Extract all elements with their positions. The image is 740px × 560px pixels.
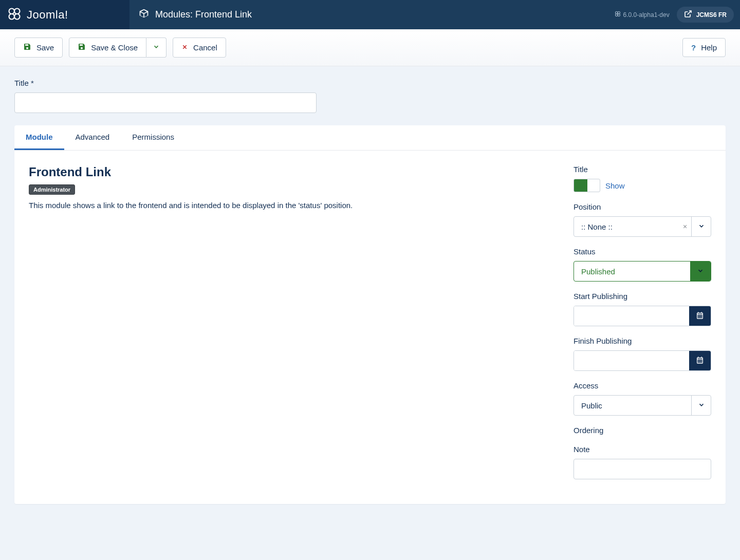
title-input[interactable] bbox=[14, 92, 317, 113]
field-title-toggle: Title Show bbox=[574, 165, 711, 192]
main-column: Frontend Link Administrator This module … bbox=[29, 165, 553, 490]
access-label: Access bbox=[574, 381, 711, 390]
field-position: Position :: None :: × bbox=[574, 202, 711, 237]
finish-publishing-input[interactable] bbox=[574, 351, 689, 370]
status-select[interactable]: Published bbox=[574, 261, 711, 282]
svg-point-3 bbox=[14, 14, 20, 20]
note-input[interactable] bbox=[574, 459, 711, 479]
tab-advanced[interactable]: Advanced bbox=[64, 125, 121, 150]
toolbar: Save Save & Close Cancel ? Help bbox=[0, 29, 740, 66]
svg-point-6 bbox=[615, 14, 618, 16]
start-publishing-label: Start Publishing bbox=[574, 292, 711, 301]
save-button[interactable]: Save bbox=[14, 38, 63, 58]
access-value: Public bbox=[574, 396, 691, 415]
help-button[interactable]: ? Help bbox=[682, 38, 726, 57]
svg-point-0 bbox=[9, 9, 15, 14]
brand-text: Joomla! bbox=[27, 8, 68, 22]
field-ordering: Ordering bbox=[574, 426, 711, 435]
joomla-small-icon bbox=[615, 11, 621, 18]
finish-publishing-label: Finish Publishing bbox=[574, 337, 711, 345]
logo-section[interactable]: Joomla! bbox=[0, 0, 130, 29]
save-close-group: Save & Close bbox=[69, 38, 166, 58]
calendar-icon bbox=[696, 356, 704, 366]
tab-content: Frontend Link Administrator This module … bbox=[14, 151, 726, 504]
open-site-button[interactable]: JCMS6 FR bbox=[677, 7, 734, 23]
app-header: Joomla! Modules: Frontend Link 6.0.0-alp… bbox=[0, 0, 740, 29]
cancel-label: Cancel bbox=[193, 43, 217, 52]
title-toggle[interactable] bbox=[574, 179, 600, 192]
field-access: Access Public bbox=[574, 381, 711, 416]
chevron-down-icon bbox=[698, 401, 705, 410]
save-icon bbox=[23, 43, 31, 52]
chevron-down-icon bbox=[698, 222, 705, 231]
start-publishing-wrap bbox=[574, 306, 711, 326]
content-area: Title * Module Advanced Permissions Fron… bbox=[0, 66, 740, 516]
title-toggle-label: Title bbox=[574, 165, 711, 174]
save-close-label: Save & Close bbox=[91, 43, 138, 52]
joomla-logo-icon bbox=[7, 7, 22, 23]
position-label: Position bbox=[574, 202, 711, 211]
access-select[interactable]: Public bbox=[574, 395, 711, 416]
toolbar-left: Save Save & Close Cancel bbox=[14, 38, 226, 58]
external-link-icon bbox=[684, 10, 692, 20]
field-status: Status Published bbox=[574, 247, 711, 282]
position-dropdown-toggle[interactable] bbox=[691, 217, 711, 236]
chevron-down-icon bbox=[153, 43, 160, 52]
status-label: Status bbox=[574, 247, 711, 256]
save-close-dropdown[interactable] bbox=[146, 38, 166, 58]
field-note: Note bbox=[574, 445, 711, 479]
sidebar-column: Title Show Position :: None :: × bbox=[574, 165, 711, 490]
ordering-label: Ordering bbox=[574, 426, 711, 435]
title-field: Title * bbox=[14, 79, 726, 113]
module-badge: Administrator bbox=[29, 184, 75, 195]
help-label: Help bbox=[701, 43, 717, 52]
finish-publishing-wrap bbox=[574, 350, 711, 371]
svg-point-5 bbox=[618, 12, 620, 14]
save-icon bbox=[78, 43, 86, 52]
position-clear[interactable]: × bbox=[679, 217, 691, 236]
status-value: Published bbox=[574, 262, 690, 281]
help-icon: ? bbox=[691, 43, 696, 52]
header-right: 6.0.0-alpha1-dev JCMS6 FR bbox=[615, 7, 740, 23]
version-label: 6.0.0-alpha1-dev bbox=[615, 11, 670, 18]
save-close-button[interactable]: Save & Close bbox=[69, 38, 146, 58]
page-title: Modules: Frontend Link bbox=[155, 9, 252, 20]
field-start-publishing: Start Publishing bbox=[574, 292, 711, 326]
svg-point-4 bbox=[615, 12, 618, 14]
tabs-container: Module Advanced Permissions Frontend Lin… bbox=[14, 125, 726, 504]
cube-icon bbox=[139, 8, 149, 21]
position-select[interactable]: :: None :: × bbox=[574, 216, 711, 237]
status-dropdown-toggle[interactable] bbox=[690, 262, 711, 281]
module-heading: Frontend Link bbox=[29, 165, 553, 179]
site-name: JCMS6 FR bbox=[696, 11, 727, 18]
start-publishing-calendar-button[interactable] bbox=[689, 306, 711, 326]
version-text: 6.0.0-alpha1-dev bbox=[623, 11, 670, 18]
start-publishing-input[interactable] bbox=[574, 306, 689, 326]
tabs: Module Advanced Permissions bbox=[14, 125, 726, 151]
svg-point-2 bbox=[9, 14, 15, 20]
chevron-down-icon bbox=[697, 267, 704, 276]
page-heading: Modules: Frontend Link bbox=[130, 8, 615, 21]
module-description: This module shows a link to the frontend… bbox=[29, 200, 553, 212]
cancel-button[interactable]: Cancel bbox=[173, 38, 226, 58]
svg-point-1 bbox=[14, 9, 20, 14]
tab-module[interactable]: Module bbox=[14, 125, 64, 150]
tab-permissions[interactable]: Permissions bbox=[121, 125, 186, 150]
access-dropdown-toggle[interactable] bbox=[691, 396, 711, 415]
toggle-indicator bbox=[574, 179, 587, 192]
save-label: Save bbox=[36, 43, 54, 52]
field-finish-publishing: Finish Publishing bbox=[574, 337, 711, 371]
finish-publishing-calendar-button[interactable] bbox=[689, 351, 711, 370]
note-label: Note bbox=[574, 445, 711, 454]
svg-point-7 bbox=[618, 14, 620, 16]
close-icon bbox=[181, 43, 188, 52]
position-value: :: None :: bbox=[574, 217, 679, 236]
title-label: Title * bbox=[14, 79, 726, 87]
calendar-icon bbox=[696, 311, 704, 321]
title-toggle-text: Show bbox=[605, 181, 625, 190]
